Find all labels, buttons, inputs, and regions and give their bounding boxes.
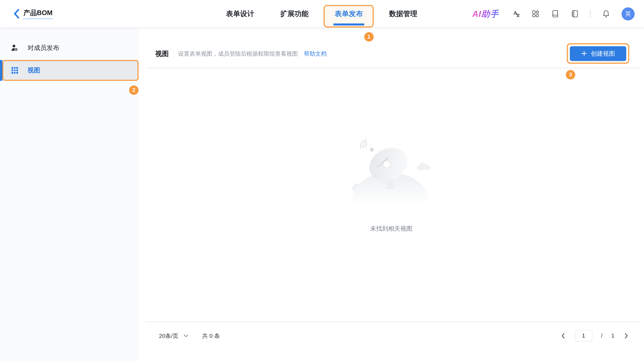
tab-form-publish[interactable]: 表单发布: [335, 0, 363, 27]
translate-icon[interactable]: [512, 10, 520, 18]
chevron-down-icon: [184, 335, 188, 337]
create-view-button-label: 创建视图: [591, 49, 615, 57]
main-nav: 表单设计 扩展功能 表单发布 数据管理: [226, 0, 417, 27]
create-view-button[interactable]: 创建视图: [570, 46, 626, 61]
tutorial-step-3-badge: 3: [566, 70, 575, 79]
total-count: 共 0 条: [202, 332, 220, 340]
header-divider: [590, 10, 591, 17]
total-pages: 1: [611, 333, 614, 339]
table-grid-icon: [11, 66, 19, 74]
tutorial-highlight-create-button: 创建视图: [567, 43, 629, 64]
tab-extensions[interactable]: 扩展功能: [280, 0, 308, 27]
pager-controls: / 1: [560, 330, 629, 342]
view-titlebar: 视图 设置表单视图，成员登陆后根据权限组查看视图 帮助文档 创建视图: [138, 27, 644, 68]
page-description: 设置表单视图，成员登陆后根据权限组查看视图: [178, 50, 298, 57]
user-avatar[interactable]: 英: [622, 7, 634, 20]
empty-state-text: 未找到相关视图: [370, 224, 412, 232]
next-page-button[interactable]: [623, 333, 629, 339]
sidebar-item-label: 对成员发布: [28, 43, 59, 52]
page-size-select[interactable]: 20条/页: [159, 332, 188, 340]
pagination-bar: 20条/页 共 0 条 / 1: [138, 322, 644, 350]
tutorial-step-1-badge: 1: [364, 32, 374, 41]
app-window: 产品BOM 表单设计 扩展功能 表单发布 数据管理 AI助手: [0, 0, 644, 362]
ai-assistant-button[interactable]: AI助手: [472, 8, 499, 19]
selected-indicator-bar: [0, 60, 2, 81]
sidebar: 对成员发布 视图: [0, 27, 138, 362]
apps-grid-icon[interactable]: [532, 10, 540, 18]
notification-bell-icon[interactable]: [602, 10, 610, 18]
help-doc-link[interactable]: 帮助文档: [304, 50, 327, 57]
sidebar-item-views[interactable]: 视图: [0, 60, 138, 81]
page-title: 视图: [155, 49, 169, 58]
prev-page-button[interactable]: [560, 333, 566, 339]
sidebar-item-label: 视图: [28, 66, 40, 75]
sidebar-item-content: 视图: [11, 66, 40, 75]
tab-form-design[interactable]: 表单设计: [226, 0, 254, 27]
tab-data-management[interactable]: 数据管理: [389, 0, 417, 27]
app-title[interactable]: 产品BOM: [24, 8, 52, 19]
book-icon[interactable]: [551, 10, 559, 18]
back-button[interactable]: [13, 9, 22, 19]
page-size-value: 20条/页: [159, 332, 178, 340]
page-separator: /: [601, 333, 602, 339]
header-left: 产品BOM: [13, 0, 52, 27]
current-page-input[interactable]: [575, 330, 592, 342]
cloud-icon: [417, 165, 430, 170]
back-chevron-icon: [13, 9, 22, 19]
plus-icon: [581, 51, 587, 56]
empty-state: 未找到相关视图: [138, 68, 644, 322]
empty-satellite-illustration: [351, 148, 432, 205]
journal-icon[interactable]: [570, 10, 578, 18]
tutorial-step-2-badge: 2: [129, 85, 138, 95]
person-check-icon: [11, 44, 19, 52]
app-header: 产品BOM 表单设计 扩展功能 表单发布 数据管理 AI助手: [0, 0, 644, 28]
header-right: AI助手: [472, 0, 634, 27]
sidebar-item-publish-to-members[interactable]: 对成员发布: [0, 37, 138, 58]
